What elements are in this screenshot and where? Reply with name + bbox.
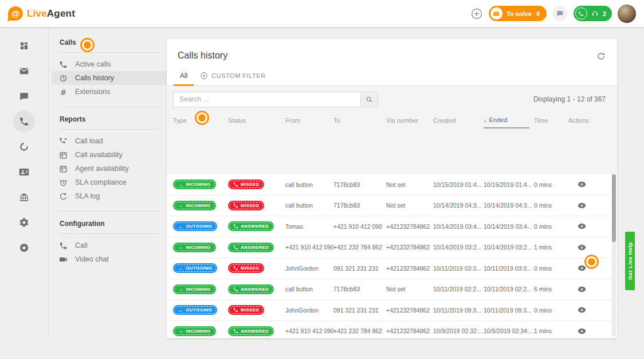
cell-ended: 10/15/2019 01:4... xyxy=(484,181,534,188)
cell-via-number: +421232784862 xyxy=(386,265,433,272)
column-header-from[interactable]: From xyxy=(285,117,333,124)
eye-icon xyxy=(578,243,586,252)
to-solve-button[interactable]: To solve 4 xyxy=(489,6,547,21)
contact-card-icon xyxy=(19,167,29,177)
phone-icon xyxy=(19,116,29,127)
chats-button[interactable] xyxy=(552,6,568,21)
badge-incoming: →INCOMING xyxy=(173,180,216,189)
badge-outgoing: ←OUTGOING xyxy=(173,305,217,315)
view-call-button[interactable] xyxy=(578,222,586,231)
menu-item-extensions[interactable]: #Extensions xyxy=(52,85,167,99)
cell-time: 0 mins xyxy=(534,223,568,230)
menu-item-calls-history[interactable]: Calls history xyxy=(52,71,167,85)
calls-history-panel: Calls history AllCUSTOM FILTER Displayin… xyxy=(167,39,617,338)
rail-contact-card-button[interactable] xyxy=(13,161,35,183)
rail-phone-button[interactable] xyxy=(13,111,35,132)
user-avatar[interactable] xyxy=(618,5,636,23)
eye-icon xyxy=(578,201,586,210)
cell-ended: 10/14/2019 03:2... xyxy=(484,244,534,251)
table-row[interactable]: →INCOMINGANSWERED+421 910 412 090+421 23… xyxy=(167,321,617,339)
calendar-icon xyxy=(59,151,68,159)
magnifier-icon xyxy=(366,96,373,103)
column-header-status[interactable]: Status xyxy=(228,117,285,124)
search-button[interactable] xyxy=(361,92,378,107)
view-call-button[interactable] xyxy=(578,285,586,294)
cell-from: +421 910 412 090 xyxy=(285,327,333,334)
bank-icon xyxy=(19,192,29,202)
column-header-to[interactable]: To xyxy=(333,117,386,124)
badge-missed: MISSED xyxy=(228,263,264,273)
cell-to: +421 910 412 090 xyxy=(333,223,386,230)
search-group xyxy=(173,92,378,107)
eye-icon xyxy=(578,222,586,231)
menu-item-call-load[interactable]: Call load xyxy=(52,134,167,148)
rail-chat-button[interactable] xyxy=(13,85,35,107)
rail-mail-button[interactable] xyxy=(13,60,35,82)
column-header-actions[interactable]: Actions xyxy=(568,117,617,124)
cell-from: call button xyxy=(285,286,333,292)
refresh-button[interactable] xyxy=(596,52,606,61)
phone-icon xyxy=(233,182,238,187)
phone-icon xyxy=(233,287,238,292)
cell-via-number: +421232784862 xyxy=(386,223,433,230)
cell-to: 7178cb83 xyxy=(333,202,386,209)
menu-item-agent-availability[interactable]: Agent availability xyxy=(52,162,167,175)
search-input[interactable] xyxy=(173,92,361,107)
column-header-time[interactable]: Time xyxy=(534,117,568,124)
cell-from: JohnGordon xyxy=(285,307,333,314)
pagination-info: Displaying 1 - 12 of 367 xyxy=(533,95,606,103)
column-header-created[interactable]: Created xyxy=(433,117,484,124)
table-row[interactable]: ←OUTGOINGMISSEDJohnGordon091 321 231 231… xyxy=(167,258,617,279)
top-header: @ LiveAgent To solve 4 2 xyxy=(0,0,644,27)
rail-dashboard-button[interactable] xyxy=(13,35,35,57)
alarm-icon xyxy=(59,178,68,187)
menu-item-active-calls[interactable]: Active calls xyxy=(52,57,167,71)
table-row[interactable]: →INCOMINGANSWEREDcall button7178cb83Not … xyxy=(167,279,617,301)
topbar-actions: To solve 4 2 xyxy=(470,5,636,23)
column-header-via-number[interactable]: Via number xyxy=(386,117,433,124)
cell-time: 1 mins xyxy=(534,327,568,334)
rail-bank-button[interactable] xyxy=(13,186,35,208)
brand-name: LiveAgent xyxy=(27,8,75,19)
calls-status-button[interactable]: 2 xyxy=(574,6,612,21)
table-row[interactable]: →INCOMINGMISSEDcall button7178cb83Not se… xyxy=(167,174,617,196)
table-scrollbar[interactable] xyxy=(612,174,616,337)
menu-item-sla-compliance[interactable]: SLA compliance xyxy=(52,175,167,189)
view-call-button[interactable] xyxy=(578,180,586,189)
add-new-button[interactable] xyxy=(470,7,483,20)
view-call-button[interactable] xyxy=(578,243,586,252)
table-row[interactable]: →INCOMINGANSWERED+421 910 412 090+421 23… xyxy=(167,237,617,259)
tab-all[interactable]: All xyxy=(174,65,194,85)
table-row[interactable]: ←OUTGOINGMISSEDJohnGordon091 321 231 231… xyxy=(167,300,617,321)
cell-time: 0 mins xyxy=(534,265,568,272)
get-live-help-button[interactable]: Get Live Help xyxy=(625,232,635,290)
menu-item-sla-log[interactable]: SLA log xyxy=(52,189,167,203)
rail-loop-button[interactable] xyxy=(13,136,35,158)
view-call-button[interactable] xyxy=(578,306,586,314)
badge-outgoing: ←OUTGOING xyxy=(173,221,217,231)
cell-created: 10/11/2019 03:3... xyxy=(433,265,484,272)
liveagent-logo-icon: @ xyxy=(8,6,23,21)
view-call-button[interactable] xyxy=(578,201,586,210)
menu-item-call[interactable]: Call xyxy=(52,239,167,252)
menu-item-video-chat[interactable]: Video chat xyxy=(52,252,167,266)
cell-to: 7178cb83 xyxy=(333,286,386,292)
column-header-ended[interactable]: ↓Ended xyxy=(484,112,529,128)
phone-icon xyxy=(575,7,587,19)
rail-star-circle-button[interactable] xyxy=(13,237,35,259)
to-solve-count: 4 xyxy=(536,10,540,17)
table-row[interactable]: →INCOMINGMISSEDcall button7178cb83Not se… xyxy=(167,196,617,217)
mail-icon xyxy=(19,66,29,76)
eye-icon xyxy=(578,306,586,314)
eye-icon xyxy=(578,180,586,189)
tab-custom-filter[interactable]: CUSTOM FILTER xyxy=(194,65,272,85)
view-call-button[interactable] xyxy=(578,327,586,335)
scrollbar-thumb[interactable] xyxy=(612,174,616,242)
logo-link[interactable]: @ LiveAgent xyxy=(8,6,75,21)
table-row[interactable]: ←OUTGOINGANSWEREDTomas+421 910 412 090+4… xyxy=(167,216,617,237)
rail-gear-button[interactable] xyxy=(13,212,35,233)
divider xyxy=(59,233,160,234)
cell-created: 10/14/2019 04:3... xyxy=(433,202,484,209)
menu-item-call-availability[interactable]: Call availability xyxy=(52,148,167,162)
menu-section-configuration: Configuration xyxy=(59,216,167,233)
